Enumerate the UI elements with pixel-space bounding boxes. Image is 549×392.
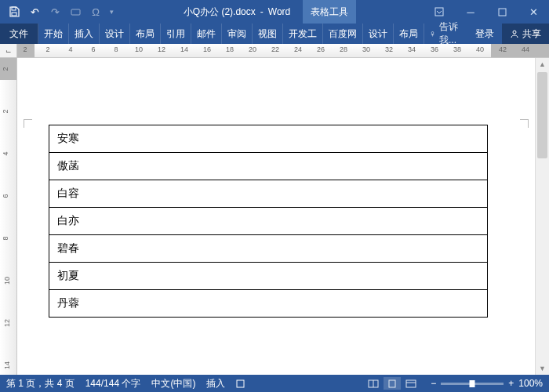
table-row[interactable]: 碧春 (49, 235, 488, 263)
table-cell[interactable]: 碧春 (49, 235, 488, 263)
maximize-icon[interactable] (486, 0, 518, 24)
tab-layout[interactable]: 布局 (130, 24, 161, 44)
view-buttons (365, 377, 420, 390)
scroll-thumb[interactable] (537, 72, 547, 158)
table-row[interactable]: 白容 (49, 180, 488, 208)
print-layout-icon[interactable] (384, 377, 401, 390)
tab-table-design[interactable]: 设计 (363, 24, 394, 44)
status-words[interactable]: 144/144 个字 (85, 377, 141, 390)
tab-insert[interactable]: 插入 (69, 24, 100, 44)
table-cell[interactable]: 丹蓉 (49, 290, 488, 318)
status-insert[interactable]: 插入 (206, 377, 225, 390)
undo-icon[interactable]: ↶ (25, 2, 44, 21)
save-icon[interactable] (5, 2, 24, 21)
read-mode-icon[interactable] (365, 377, 382, 390)
macro-icon[interactable] (236, 379, 245, 388)
symbol-icon[interactable]: Ω (86, 2, 105, 21)
tab-view[interactable]: 视图 (253, 24, 283, 44)
share-button[interactable]: 共享 (502, 24, 549, 44)
svg-rect-9 (389, 380, 395, 387)
qat-dropdown-icon[interactable]: ▾ (107, 2, 116, 21)
status-bar: 第 1 页，共 4 页 144/144 个字 中文(中国) 插入 − + 100… (0, 375, 549, 392)
table-cell[interactable]: 白容 (49, 180, 488, 208)
svg-rect-3 (435, 8, 443, 16)
app-name: Word (268, 6, 290, 17)
workspace: 22468101214 安寒傲菡白容白亦碧春初夏丹蓉 ▲ ▼ (0, 58, 549, 375)
ribbon-tabs: 文件 开始 插入 设计 布局 引用 邮件 审阅 视图 开发工 百度网 设计 布局… (0, 24, 549, 44)
zoom-out-icon[interactable]: − (431, 378, 436, 389)
page: 安寒傲菡白容白亦碧春初夏丹蓉 (17, 58, 535, 318)
document-table[interactable]: 安寒傲菡白容白亦碧春初夏丹蓉 (49, 125, 488, 318)
horizontal-ruler[interactable]: 2246810121416182022242628303234363840424… (17, 44, 549, 57)
zoom-control: − + 100% (431, 378, 543, 389)
doc-name: 小Q办公 (2).docx (184, 5, 256, 19)
tab-mailings[interactable]: 邮件 (191, 24, 222, 44)
tab-baidu[interactable]: 百度网 (323, 24, 363, 44)
web-layout-icon[interactable] (402, 377, 420, 390)
share-icon (510, 29, 519, 38)
tab-file[interactable]: 文件 (0, 24, 38, 44)
table-row[interactable]: 安寒 (49, 125, 488, 153)
table-cell[interactable]: 白亦 (49, 208, 488, 235)
lightbulb-icon: ♀ (429, 28, 436, 39)
svg-rect-1 (12, 13, 16, 16)
table-row[interactable]: 傲菡 (49, 153, 488, 180)
document-area[interactable]: 安寒傲菡白容白亦碧春初夏丹蓉 (17, 58, 535, 375)
table-row[interactable]: 白亦 (49, 208, 488, 235)
contextual-tab-label: 表格工具 (303, 0, 356, 24)
tab-home[interactable]: 开始 (38, 24, 69, 44)
table-cell[interactable]: 初夏 (49, 263, 488, 290)
zoom-slider[interactable] (441, 383, 504, 385)
tab-design[interactable]: 设计 (100, 24, 130, 44)
svg-rect-2 (71, 9, 80, 15)
close-icon[interactable]: ✕ (518, 0, 549, 24)
tab-developer[interactable]: 开发工 (283, 24, 323, 44)
svg-rect-0 (12, 7, 16, 10)
status-page[interactable]: 第 1 页，共 4 页 (6, 377, 75, 390)
scroll-down-icon[interactable]: ▼ (536, 362, 549, 375)
touch-mode-icon[interactable] (66, 2, 85, 21)
titlebar-title: 小Q办公 (2).docx - Word 表格工具 (116, 0, 424, 24)
tab-references[interactable]: 引用 (161, 24, 191, 44)
table-row[interactable]: 丹蓉 (49, 290, 488, 318)
svg-rect-6 (237, 380, 244, 387)
table-cell[interactable]: 傲菡 (49, 153, 488, 180)
vertical-scrollbar[interactable]: ▲ ▼ (535, 58, 549, 375)
zoom-value[interactable]: 100% (518, 378, 543, 389)
tab-table-layout[interactable]: 布局 (394, 24, 424, 44)
quick-access-toolbar: ↶ ↷ Ω ▾ (0, 2, 116, 21)
table-row[interactable]: 初夏 (49, 263, 488, 290)
zoom-in-icon[interactable]: + (508, 378, 514, 389)
svg-rect-4 (499, 9, 506, 16)
ruler-corner[interactable]: ⌙ (0, 44, 17, 57)
scroll-up-icon[interactable]: ▲ (536, 58, 549, 71)
table-cell[interactable]: 安寒 (49, 125, 488, 153)
horizontal-ruler-row: ⌙ 22468101214161820222426283032343638404… (0, 44, 549, 58)
redo-icon[interactable]: ↷ (45, 2, 64, 21)
tell-me[interactable]: ♀告诉我... (424, 24, 467, 44)
tab-review[interactable]: 审阅 (222, 24, 253, 44)
login-button[interactable]: 登录 (467, 24, 502, 44)
status-lang[interactable]: 中文(中国) (151, 377, 195, 390)
svg-rect-10 (406, 380, 416, 387)
vertical-ruler[interactable]: 22468101214 (0, 58, 17, 375)
svg-point-5 (513, 31, 516, 34)
